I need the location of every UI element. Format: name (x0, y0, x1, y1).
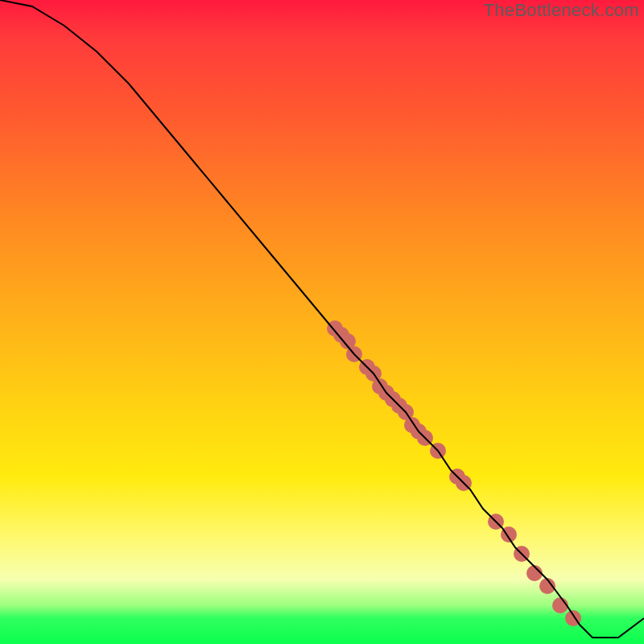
bottleneck-chart: TheBottleneck.com (0, 0, 644, 644)
plot-svg (0, 0, 644, 644)
bottleneck-curve (0, 0, 644, 638)
watermark-text: TheBottleneck.com (484, 0, 639, 21)
